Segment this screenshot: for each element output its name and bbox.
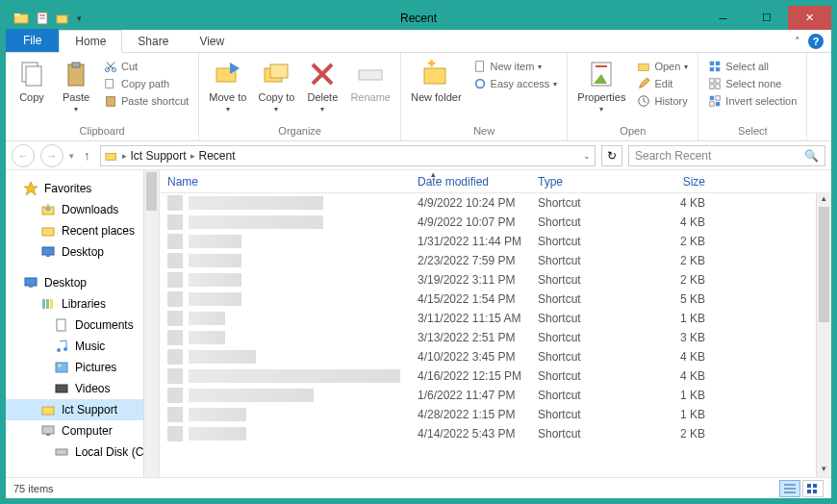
tab-home[interactable]: Home bbox=[59, 30, 122, 53]
folder-icon[interactable] bbox=[13, 11, 29, 26]
svg-rect-25 bbox=[716, 62, 720, 65]
search-input[interactable]: Search Recent 🔍 bbox=[628, 145, 825, 166]
breadcrumb-segment[interactable]: Recent bbox=[199, 149, 236, 163]
svg-rect-35 bbox=[716, 102, 720, 106]
new-item-button[interactable]: New item ▾ bbox=[469, 59, 562, 74]
status-bar: 75 items bbox=[6, 477, 831, 498]
breadcrumb-segment[interactable]: Ict Support bbox=[131, 149, 187, 163]
nav-recent-places[interactable]: Recent places bbox=[6, 220, 159, 241]
table-row[interactable]: 3/19/2022 3:11 PMShortcut2 KB bbox=[160, 270, 831, 290]
address-bar[interactable]: ▸ Ict Support ▸ Recent ⌄ bbox=[100, 145, 596, 166]
table-row[interactable]: 4/14/2022 5:43 PMShortcut2 KB bbox=[160, 424, 831, 443]
svg-rect-44 bbox=[46, 299, 49, 309]
chevron-down-icon: ▾ bbox=[74, 105, 78, 113]
tab-view[interactable]: View bbox=[184, 31, 240, 52]
properties-button[interactable]: Properties▾ bbox=[573, 57, 629, 115]
view-details-button[interactable] bbox=[779, 480, 800, 497]
column-name[interactable]: Name bbox=[160, 175, 410, 189]
help-icon[interactable]: ? bbox=[808, 34, 824, 49]
copy-to-button[interactable]: Copy to▾ bbox=[254, 57, 298, 115]
sort-indicator-icon: ▴ bbox=[431, 170, 436, 179]
easy-access-button[interactable]: Easy access ▾ bbox=[469, 76, 562, 91]
table-row[interactable]: 1/6/2022 11:47 PMShortcut1 KB bbox=[160, 386, 831, 405]
table-row[interactable]: 1/31/2022 11:44 PMShortcut2 KB bbox=[160, 232, 831, 251]
properties-icon[interactable] bbox=[35, 11, 50, 26]
nav-scrollbar[interactable] bbox=[143, 170, 159, 477]
svg-rect-16 bbox=[270, 64, 288, 78]
history-button[interactable]: History bbox=[633, 93, 692, 109]
location-icon bbox=[105, 149, 118, 163]
svg-rect-41 bbox=[25, 278, 37, 286]
open-button[interactable]: Open ▾ bbox=[633, 59, 692, 74]
ribbon-group-select: Select all Select none Invert selection … bbox=[698, 53, 807, 140]
maximize-button[interactable]: ☐ bbox=[745, 6, 788, 30]
forward-button[interactable]: → bbox=[40, 144, 63, 167]
table-row[interactable]: 4/16/2022 12:15 PMShortcut4 KB bbox=[160, 366, 831, 386]
nav-music[interactable]: Music bbox=[6, 336, 159, 357]
select-none-button[interactable]: Select none bbox=[704, 76, 800, 91]
nav-videos[interactable]: Videos bbox=[6, 378, 159, 399]
table-row[interactable]: 4/10/2022 3:45 PMShortcut4 KB bbox=[160, 347, 831, 366]
collapse-ribbon-icon[interactable]: ˄ bbox=[795, 36, 800, 48]
nav-favorites[interactable]: Favorites bbox=[6, 178, 159, 199]
minimize-button[interactable]: ─ bbox=[701, 6, 745, 30]
move-to-button[interactable]: Move to▾ bbox=[205, 57, 250, 115]
delete-button[interactable]: Delete▾ bbox=[302, 57, 342, 115]
nav-desktop-fav[interactable]: Desktop bbox=[6, 241, 159, 263]
chevron-right-icon[interactable]: ▸ bbox=[122, 151, 127, 161]
svg-rect-22 bbox=[639, 63, 649, 70]
svg-rect-36 bbox=[105, 153, 115, 160]
select-all-button[interactable]: Select all bbox=[704, 59, 800, 74]
column-date[interactable]: Date modified bbox=[410, 175, 530, 189]
close-button[interactable]: ✕ bbox=[788, 6, 831, 30]
invert-selection-button[interactable]: Invert selection bbox=[704, 93, 800, 109]
nav-downloads[interactable]: Downloads bbox=[6, 199, 159, 220]
explorer-window: ▾ Recent ─ ☐ ✕ File Home Share View ˄ ? … bbox=[5, 5, 832, 499]
copy-button[interactable]: Copy bbox=[12, 57, 52, 105]
tab-share[interactable]: Share bbox=[122, 31, 184, 52]
svg-rect-24 bbox=[710, 62, 714, 65]
svg-rect-38 bbox=[42, 228, 54, 236]
svg-rect-13 bbox=[107, 97, 115, 107]
table-row[interactable]: 4/28/2022 1:15 PMShortcut1 KB bbox=[160, 405, 831, 424]
new-folder-icon[interactable] bbox=[56, 11, 71, 26]
table-row[interactable]: 4/15/2022 1:54 PMShortcut5 KB bbox=[160, 290, 831, 309]
table-row[interactable]: 3/11/2022 11:15 AMShortcut1 KB bbox=[160, 309, 831, 328]
edit-button[interactable]: Edit bbox=[633, 76, 692, 91]
svg-rect-17 bbox=[359, 70, 382, 80]
paste-button[interactable]: Paste ▾ bbox=[56, 57, 96, 115]
svg-rect-42 bbox=[29, 286, 33, 288]
column-type[interactable]: Type bbox=[530, 175, 641, 189]
view-icons-button[interactable] bbox=[802, 480, 824, 497]
table-row[interactable]: 2/23/2022 7:59 PMShortcut2 KB bbox=[160, 251, 831, 270]
nav-documents[interactable]: Documents bbox=[6, 315, 159, 336]
copy-path-button[interactable]: Copy path bbox=[100, 76, 192, 91]
nav-ict-support[interactable]: Ict Support bbox=[6, 399, 159, 420]
list-scrollbar[interactable]: ▴ ▾ bbox=[816, 193, 831, 477]
chevron-down-icon: ▾ bbox=[274, 105, 278, 113]
up-button[interactable]: ↑ bbox=[80, 148, 94, 163]
table-row[interactable]: 4/9/2022 10:07 PMShortcut4 KB bbox=[160, 213, 831, 232]
cut-button[interactable]: Cut bbox=[100, 59, 192, 74]
address-dropdown-icon[interactable]: ⌄ bbox=[583, 151, 591, 161]
qat-dropdown-icon[interactable]: ▾ bbox=[77, 13, 82, 23]
svg-rect-43 bbox=[42, 299, 45, 309]
column-size[interactable]: Size bbox=[641, 175, 713, 189]
paste-shortcut-button[interactable]: Paste shortcut bbox=[100, 93, 192, 109]
history-dropdown-icon[interactable]: ▾ bbox=[69, 151, 74, 161]
back-button[interactable]: ← bbox=[12, 144, 35, 167]
table-row[interactable]: 3/13/2022 2:51 PMShortcut3 KB bbox=[160, 328, 831, 347]
new-folder-button[interactable]: New folder bbox=[407, 57, 466, 105]
table-row[interactable]: 4/9/2022 10:24 PMShortcut4 KB bbox=[160, 193, 831, 213]
svg-rect-49 bbox=[56, 363, 67, 372]
nav-desktop[interactable]: Desktop bbox=[6, 272, 159, 293]
chevron-right-icon[interactable]: ▸ bbox=[190, 151, 195, 161]
rename-button[interactable]: Rename bbox=[346, 57, 394, 105]
nav-local-disk[interactable]: Local Disk (C:) bbox=[6, 441, 159, 463]
refresh-button[interactable]: ↻ bbox=[601, 145, 622, 166]
quick-access-toolbar: ▾ bbox=[6, 11, 82, 26]
nav-computer[interactable]: Computer bbox=[6, 420, 159, 441]
tab-file[interactable]: File bbox=[6, 29, 59, 52]
nav-libraries[interactable]: Libraries bbox=[6, 293, 159, 315]
nav-pictures[interactable]: Pictures bbox=[6, 357, 159, 378]
